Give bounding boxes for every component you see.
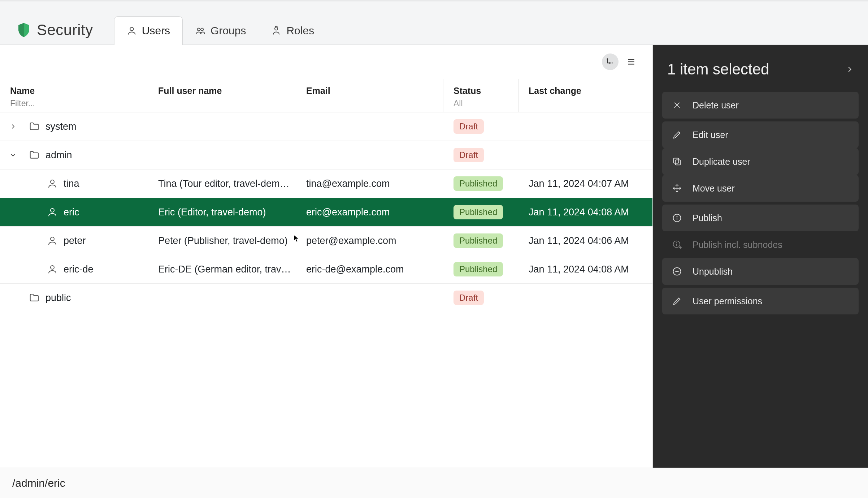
page-title: Security — [37, 21, 93, 39]
col-name[interactable]: Name — [0, 79, 148, 112]
status-badge: Draft — [453, 119, 484, 134]
col-last-change[interactable]: Last change — [518, 79, 652, 112]
minus-icon — [672, 266, 682, 277]
selection-title: 1 item selected — [667, 61, 769, 78]
action-label: Unpublish — [693, 266, 733, 277]
user-icon — [47, 264, 58, 275]
move-user-button[interactable]: Move user — [662, 175, 859, 202]
svg-rect-15 — [675, 160, 680, 165]
row-name: eric — [64, 207, 79, 218]
status-badge: Published — [453, 205, 503, 219]
col-label: Name — [10, 86, 35, 96]
action-label: User permissions — [693, 296, 762, 306]
table-row[interactable]: peterPeter (Publisher, travel-demo)peter… — [0, 227, 652, 255]
col-status[interactable]: Status All — [443, 79, 518, 112]
svg-point-0 — [130, 27, 133, 30]
unpublish-button[interactable]: Unpublish — [662, 258, 859, 285]
user-permissions-button[interactable]: User permissions — [662, 288, 859, 314]
svg-point-19 — [677, 216, 677, 216]
table-body: systemDraftadminDrafttinaTina (Tour edit… — [0, 112, 652, 468]
tab-users[interactable]: Users — [114, 16, 183, 45]
svg-point-22 — [676, 242, 677, 243]
row-full-name: Eric-DE (German editor, trav… — [148, 255, 296, 284]
row-last-change: Jan 11, 2024 04:08 AM — [518, 207, 652, 218]
row-name: system — [45, 121, 77, 132]
status-badge: Published — [453, 233, 503, 248]
folder-icon — [29, 121, 40, 132]
status-bar: /admin/eric — [0, 468, 868, 498]
row-email: peter@example.com — [296, 235, 443, 246]
action-label: Move user — [693, 183, 735, 194]
svg-rect-16 — [674, 158, 679, 163]
row-email: tina@example.com — [296, 178, 443, 189]
status-badge: Published — [453, 262, 503, 276]
svg-point-10 — [51, 209, 54, 212]
delete-user-button[interactable]: Delete user — [662, 92, 859, 119]
publish-button[interactable]: Publish — [662, 205, 859, 231]
table-header: Name Full user name Email Status All Las… — [0, 79, 652, 112]
name-filter-input[interactable] — [10, 99, 128, 108]
action-label: Edit user — [693, 130, 728, 140]
edit-user-button[interactable]: Edit user — [662, 121, 859, 148]
svg-point-5 — [609, 63, 610, 63]
view-toolbar — [0, 45, 652, 79]
expand-caret-icon[interactable] — [9, 123, 17, 130]
app-header: Security Users Groups Roles — [0, 1, 868, 45]
role-icon — [271, 26, 281, 36]
list-view-button[interactable] — [623, 53, 639, 70]
row-full-name: Eric (Editor, travel-demo) — [148, 198, 296, 227]
tab-label: Groups — [211, 25, 246, 37]
row-last-change: Jan 11, 2024 04:06 AM — [518, 235, 652, 246]
row-full-name: Tina (Tour editor, travel-dem… — [148, 169, 296, 198]
action-label: Duplicate user — [693, 156, 750, 167]
close-icon — [672, 100, 682, 111]
status-badge: Draft — [453, 148, 484, 162]
status-filter-value[interactable]: All — [453, 99, 463, 108]
svg-point-11 — [51, 237, 54, 241]
col-label: Email — [306, 86, 330, 96]
row-name: admin — [45, 150, 72, 161]
tabs: Users Groups Roles — [114, 15, 327, 45]
svg-point-3 — [275, 27, 278, 30]
row-last-change: Jan 11, 2024 04:07 AM — [518, 178, 652, 189]
main-panel: Name Full user name Email Status All Las… — [0, 45, 653, 468]
user-icon — [47, 207, 58, 218]
svg-point-1 — [198, 28, 200, 30]
info-plus-icon — [672, 239, 682, 250]
tab-groups[interactable]: Groups — [183, 16, 259, 45]
breadcrumb-path: /admin/eric — [12, 477, 65, 489]
shield-icon — [17, 22, 30, 38]
edit-icon — [672, 129, 682, 140]
row-full-name: Peter (Publisher, travel-demo) — [148, 227, 296, 255]
col-label: Status — [453, 86, 481, 96]
row-name: public — [45, 292, 71, 304]
chevron-right-icon[interactable] — [846, 65, 854, 73]
row-email: eric-de@example.com — [296, 264, 443, 275]
tree-view-button[interactable] — [602, 53, 619, 70]
table-row[interactable]: ericEric (Editor, travel-demo)eric@examp… — [0, 198, 652, 227]
row-name: tina — [64, 178, 79, 189]
svg-point-2 — [201, 28, 203, 30]
row-name: peter — [64, 235, 86, 246]
table-row[interactable]: systemDraft — [0, 112, 652, 141]
group-icon — [195, 26, 205, 36]
tab-label: Users — [142, 25, 170, 37]
table-row[interactable]: adminDraft — [0, 141, 652, 169]
tab-label: Roles — [286, 25, 314, 37]
edit-icon — [672, 296, 682, 306]
expand-caret-icon[interactable] — [9, 152, 17, 158]
row-last-change: Jan 11, 2024 04:08 AM — [518, 264, 652, 275]
col-email[interactable]: Email — [296, 79, 443, 112]
col-full-user-name[interactable]: Full user name — [148, 79, 296, 112]
table-row[interactable]: eric-deEric-DE (German editor, trav…eric… — [0, 255, 652, 284]
folder-icon — [29, 292, 40, 303]
tab-roles[interactable]: Roles — [259, 16, 327, 45]
info-icon — [672, 212, 682, 223]
table-row[interactable]: tinaTina (Tour editor, travel-dem…tina@e… — [0, 169, 652, 198]
action-label: Publish incl. subnodes — [693, 240, 782, 250]
user-icon — [47, 178, 58, 189]
col-label: Full user name — [158, 86, 222, 96]
duplicate-user-button[interactable]: Duplicate user — [662, 148, 859, 175]
user-icon — [127, 26, 137, 36]
table-row[interactable]: publicDraft — [0, 284, 652, 312]
